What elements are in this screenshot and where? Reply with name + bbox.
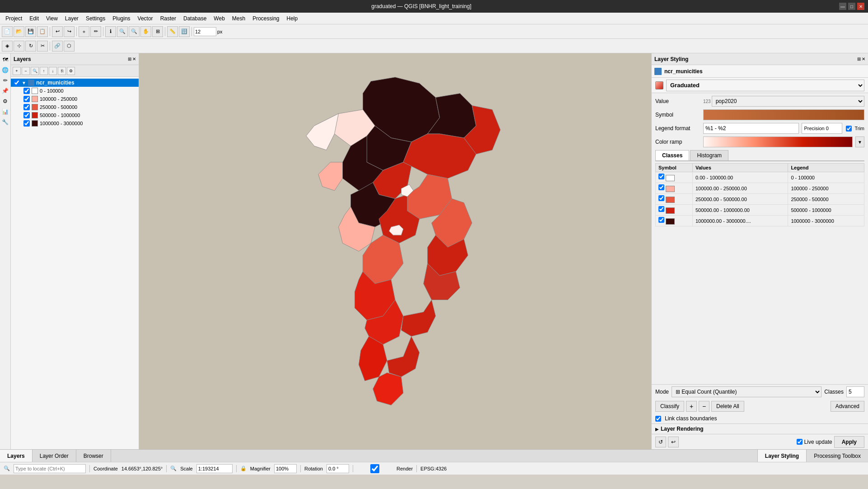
color-ramp-preview[interactable]: [703, 136, 853, 147]
apply-btn[interactable]: Apply: [834, 436, 864, 448]
class-legend-4[interactable]: 1000000 - 3000000: [788, 216, 864, 226]
identify-btn[interactable]: ℹ: [105, 26, 116, 37]
menu-view[interactable]: View: [42, 14, 61, 23]
render-check[interactable]: [357, 464, 393, 473]
color-ramp-arrow[interactable]: ▼: [855, 136, 864, 147]
class-row-3[interactable]: 500000.00 - 1000000.00 500000 - 1000000: [656, 205, 864, 216]
filter-layer-btn[interactable]: 🔍: [31, 67, 39, 75]
side-icon-5[interactable]: ⚙: [1, 97, 10, 106]
classes-count-input[interactable]: [846, 386, 864, 397]
sublayer-2[interactable]: 250000 - 500000: [11, 103, 139, 111]
class-check-2[interactable]: [658, 195, 664, 201]
live-update-check[interactable]: [797, 439, 803, 445]
magnifier-input[interactable]: [274, 464, 297, 473]
classify-btn[interactable]: Classify: [655, 401, 684, 412]
undo-btn[interactable]: ↩: [52, 26, 63, 37]
btab-layer-order[interactable]: Layer Order: [33, 449, 76, 462]
layer-item-ncr[interactable]: ▼ ncr_municities: [11, 79, 139, 87]
menu-web[interactable]: Web: [210, 14, 228, 23]
btab-layers[interactable]: Layers: [0, 449, 33, 462]
renderer-select[interactable]: Graduated Single Symbol Categorized Rule…: [666, 80, 864, 91]
trim-checkbox[interactable]: [846, 126, 852, 132]
menu-raster[interactable]: Raster: [157, 14, 180, 23]
advanced-btn[interactable]: Advanced: [831, 401, 864, 412]
sublayer-0[interactable]: 0 - 100000: [11, 87, 139, 95]
class-check-1[interactable]: [658, 184, 664, 190]
sublayer-4[interactable]: 1000000 - 3000000: [11, 119, 139, 127]
value-select[interactable]: pop2020: [712, 96, 864, 107]
redo-btn[interactable]: ↪: [64, 26, 75, 37]
class-legend-3[interactable]: 500000 - 1000000: [788, 205, 864, 216]
sublayer-check-3[interactable]: [23, 112, 30, 118]
side-icon-4[interactable]: 📌: [1, 86, 10, 95]
menu-settings[interactable]: Settings: [82, 14, 109, 23]
split-btn[interactable]: ✂: [37, 41, 48, 52]
delete-all-btn[interactable]: Delete All: [711, 401, 744, 412]
remove-layer-btn[interactable]: −: [22, 67, 30, 75]
duplicate-layer-btn[interactable]: ⎘: [58, 67, 66, 75]
tab-classes[interactable]: Classes: [655, 150, 689, 160]
legend-format-input[interactable]: [703, 123, 799, 134]
layers-close-btn[interactable]: ✕: [132, 56, 136, 61]
snapping-btn[interactable]: 🔗: [52, 41, 63, 52]
sublayer-check-4[interactable]: [23, 120, 30, 127]
add-class-btn[interactable]: +: [686, 401, 697, 412]
menu-help[interactable]: Help: [283, 14, 302, 23]
class-row-0[interactable]: 0.00 - 100000.00 0 - 100000: [656, 172, 864, 183]
side-icon-3[interactable]: ✏: [1, 76, 10, 85]
link-boundaries-check[interactable]: [655, 416, 661, 422]
btab-processing-toolbox[interactable]: Processing Toolbox: [806, 449, 868, 462]
move-feature-btn[interactable]: ⊹: [14, 41, 24, 52]
layer-up-btn[interactable]: ↑: [40, 67, 48, 75]
zoom-in-btn[interactable]: 🔍: [117, 26, 128, 37]
scale-input[interactable]: [196, 464, 233, 473]
btab-layer-styling[interactable]: Layer Styling: [757, 449, 806, 462]
precision-input[interactable]: [802, 123, 842, 134]
pan-btn[interactable]: ✋: [140, 26, 151, 37]
minimize-btn[interactable]: —: [839, 3, 846, 10]
maximize-btn[interactable]: □: [848, 3, 855, 10]
class-legend-0[interactable]: 0 - 100000: [788, 172, 864, 183]
class-check-4[interactable]: [658, 217, 664, 223]
layer-properties-btn[interactable]: ⚙: [67, 67, 75, 75]
add-layer-btn[interactable]: +: [79, 26, 89, 37]
class-row-1[interactable]: 100000.00 - 250000.00 100000 - 250000: [656, 183, 864, 194]
zoom-out-btn[interactable]: 🔍: [129, 26, 140, 37]
save-as-btn[interactable]: 📋: [37, 26, 48, 37]
btab-browser[interactable]: Browser: [76, 449, 111, 462]
class-row-4[interactable]: 1000000.00 - 3000000.... 1000000 - 30000…: [656, 216, 864, 226]
menu-processing[interactable]: Processing: [249, 14, 283, 23]
topology-btn[interactable]: ⬡: [64, 41, 75, 52]
menu-database[interactable]: Database: [180, 14, 210, 23]
menu-mesh[interactable]: Mesh: [229, 14, 249, 23]
rotation-input[interactable]: [327, 464, 349, 473]
styling-close-btn[interactable]: ✕: [862, 56, 865, 61]
class-check-0[interactable]: [658, 174, 664, 179]
sublayer-check-2[interactable]: [23, 104, 30, 110]
menu-layer[interactable]: Layer: [61, 14, 82, 23]
map-canvas[interactable]: [139, 53, 651, 449]
save-project-btn[interactable]: 💾: [25, 26, 36, 37]
class-check-3[interactable]: [658, 206, 664, 212]
zoom-full-btn[interactable]: ⊞: [152, 26, 163, 37]
add-group-btn[interactable]: +: [13, 67, 21, 75]
menu-plugins[interactable]: Plugins: [109, 14, 134, 23]
side-icon-6[interactable]: 📊: [1, 107, 10, 116]
side-icon-1[interactable]: 🗺: [1, 55, 10, 64]
side-icon-7[interactable]: 🔧: [1, 118, 10, 127]
close-btn[interactable]: ✕: [857, 3, 864, 10]
side-icon-2[interactable]: 🌐: [1, 66, 10, 75]
measure-btn[interactable]: 📏: [167, 26, 178, 37]
edit-node-btn[interactable]: ◈: [2, 41, 13, 52]
rotate-btn[interactable]: ↻: [25, 41, 36, 52]
menu-vector[interactable]: Vector: [134, 14, 157, 23]
open-project-btn[interactable]: 📂: [14, 26, 24, 37]
layer-check-ncr[interactable]: [14, 80, 20, 86]
layer-down-btn[interactable]: ↓: [49, 67, 57, 75]
locate-input[interactable]: [14, 464, 86, 473]
layer-rendering-header[interactable]: ▶ Layer Rendering: [655, 426, 864, 432]
menu-edit[interactable]: Edit: [26, 14, 42, 23]
remove-class-btn[interactable]: −: [699, 401, 709, 412]
sublayer-check-0[interactable]: [23, 88, 30, 94]
calculator-btn[interactable]: 🔢: [179, 26, 190, 37]
